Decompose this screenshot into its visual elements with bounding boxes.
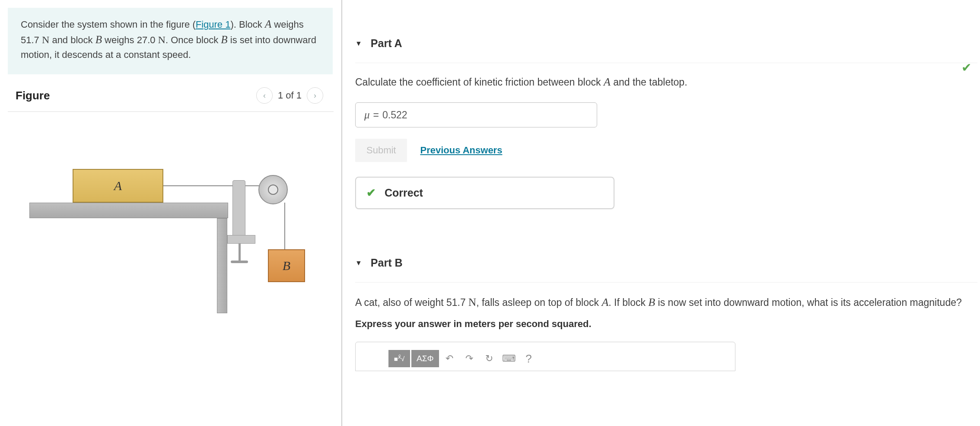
correct-label: Correct bbox=[385, 187, 423, 199]
undo-icon[interactable]: ↶ bbox=[440, 350, 459, 367]
reset-icon[interactable]: ↻ bbox=[480, 350, 499, 367]
problem-text: Consider the system shown in the figure … bbox=[21, 19, 196, 30]
equals: = bbox=[373, 109, 379, 121]
unit-N: N bbox=[468, 296, 476, 308]
part-b-title: Part B bbox=[371, 257, 403, 269]
prompt-text: A cat, also of weight 51.7 bbox=[355, 297, 468, 308]
prompt-text: Calculate the coefficient of kinetic fri… bbox=[355, 76, 604, 88]
var-A: A bbox=[601, 296, 608, 308]
toolbar-template-button[interactable]: ■ x̄√ bbox=[388, 350, 410, 367]
figure-link[interactable]: Figure 1 bbox=[196, 19, 231, 30]
help-icon[interactable]: ? bbox=[519, 350, 538, 367]
part-a-header[interactable]: ▼ Part A bbox=[355, 24, 977, 63]
part-a-answer-value: 0.522 bbox=[382, 109, 407, 121]
problem-text: . Once block bbox=[165, 35, 221, 45]
caret-down-icon: ▼ bbox=[355, 259, 362, 267]
submit-button[interactable]: Submit bbox=[355, 139, 407, 162]
redo-icon[interactable]: ↷ bbox=[460, 350, 479, 367]
check-icon: ✔ bbox=[366, 186, 376, 200]
part-a-answer-field[interactable]: μ = 0.522 bbox=[355, 102, 597, 127]
part-b-header[interactable]: ▼ Part B bbox=[355, 244, 977, 283]
diagram-clamp-screw bbox=[239, 244, 241, 262]
problem-text: ). Block bbox=[230, 19, 264, 30]
var-B: B bbox=[648, 296, 655, 308]
diagram-string-a bbox=[163, 185, 263, 186]
part-a-complete-check-icon: ✔ bbox=[961, 60, 971, 75]
var-B: B bbox=[95, 34, 102, 45]
prompt-text: . If block bbox=[608, 297, 648, 308]
diagram-string-b bbox=[284, 203, 285, 250]
keyboard-icon[interactable]: ⌨ bbox=[500, 350, 519, 367]
var-B: B bbox=[221, 34, 227, 45]
diagram-block-a: A bbox=[73, 169, 163, 203]
figure-prev-button[interactable]: ‹ bbox=[256, 87, 273, 104]
toolbar-greek-button[interactable]: ΑΣΦ bbox=[411, 350, 439, 367]
unit-N: N bbox=[158, 34, 165, 45]
part-a-body: Calculate the coefficient of kinetic fri… bbox=[355, 63, 980, 226]
figure-title: Figure bbox=[16, 89, 50, 102]
previous-answers-link[interactable]: Previous Answers bbox=[420, 145, 502, 156]
figure-pager: ‹ 1 of 1 › bbox=[256, 87, 323, 104]
left-column: Consider the system shown in the figure … bbox=[0, 0, 341, 426]
diagram-block-b: B bbox=[268, 249, 305, 282]
diagram-clamp-arm bbox=[227, 235, 255, 244]
diagram-clamp-post bbox=[232, 180, 245, 241]
problem-statement: Consider the system shown in the figure … bbox=[8, 8, 333, 74]
part-a-title: Part A bbox=[371, 37, 402, 50]
var-A: A bbox=[265, 18, 271, 30]
figure-diagram: A B bbox=[8, 164, 334, 319]
right-column: ▼ Part A ✔ Calculate the coefficient of … bbox=[341, 0, 980, 426]
correct-feedback: ✔ Correct bbox=[355, 177, 614, 209]
problem-text: and block bbox=[49, 35, 95, 45]
caret-down-icon: ▼ bbox=[355, 40, 362, 48]
answer-toolbar: ■ x̄√ ΑΣΦ ↶ ↷ ↻ ⌨ ? bbox=[355, 342, 735, 371]
diagram-table bbox=[29, 203, 228, 218]
prompt-text: and the tabletop. bbox=[611, 76, 687, 88]
part-a-prompt: Calculate the coefficient of kinetic fri… bbox=[355, 73, 976, 90]
diagram-table-leg bbox=[217, 218, 227, 313]
part-b: ▼ Part B A cat, also of weight 51.7 N, f… bbox=[355, 244, 980, 371]
part-b-express: Express your answer in meters per second… bbox=[355, 318, 980, 330]
figure-pager-label: 1 of 1 bbox=[278, 90, 302, 101]
part-b-prompt: A cat, also of weight 51.7 N, falls asle… bbox=[355, 294, 980, 311]
figure-header: Figure ‹ 1 of 1 › bbox=[8, 87, 334, 112]
var-A: A bbox=[604, 76, 611, 88]
problem-text: weighs 27.0 bbox=[102, 35, 158, 45]
figure-next-button[interactable]: › bbox=[307, 87, 323, 104]
part-a-button-row: Submit Previous Answers bbox=[355, 139, 976, 162]
diagram-clamp-knob bbox=[231, 261, 248, 263]
prompt-text: , falls asleep on top of block bbox=[476, 297, 601, 308]
prompt-text: is now set into downward motion, what is… bbox=[655, 297, 962, 308]
mu-symbol: μ bbox=[364, 109, 370, 121]
unit-N: N bbox=[42, 34, 49, 45]
